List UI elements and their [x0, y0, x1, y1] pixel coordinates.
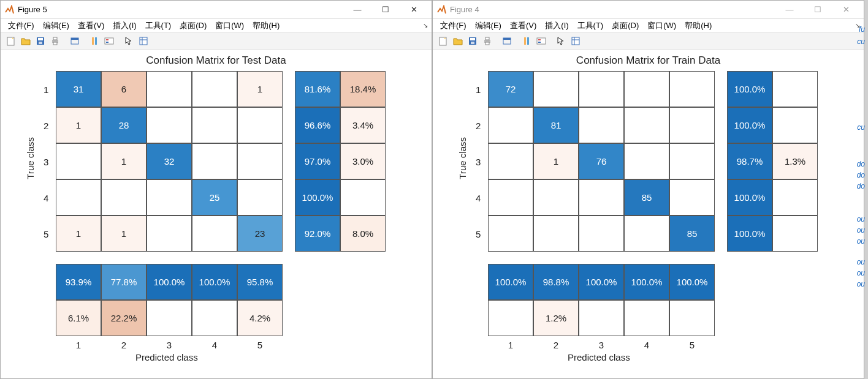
menu-tools[interactable]: 工具(T)	[574, 20, 607, 31]
open-icon[interactable]	[19, 34, 32, 48]
side-snippet: ou	[857, 226, 865, 235]
menu-tools[interactable]: 工具(T)	[142, 20, 175, 31]
pointer-icon[interactable]	[554, 34, 568, 48]
print-icon[interactable]	[481, 34, 494, 48]
matrix-cell	[237, 107, 283, 143]
menu-insert[interactable]: 插入(I)	[109, 20, 140, 31]
new-figure-icon[interactable]	[4, 34, 18, 48]
matrix-cell: 25	[192, 179, 237, 216]
matrix-cell	[579, 71, 624, 107]
matrix-cell	[624, 216, 669, 252]
data-cursor-icon[interactable]	[569, 34, 582, 48]
legend-icon[interactable]	[535, 34, 548, 48]
menu-edit[interactable]: 编辑(E)	[39, 20, 73, 31]
y-axis-label: True class	[25, 137, 36, 179]
y-tick: 4	[476, 193, 481, 203]
row-pct-cell: 100.0%	[727, 216, 772, 252]
close-button[interactable]: ✕	[400, 1, 428, 18]
svg-rect-8	[71, 38, 78, 40]
row-pct-cell: 3.4%	[340, 107, 386, 143]
colorbar-icon[interactable]	[88, 34, 101, 48]
x-tick: 5	[669, 340, 715, 350]
svg-rect-10	[95, 37, 97, 45]
menu-view[interactable]: 查看(V)	[74, 20, 108, 31]
save-icon[interactable]	[34, 34, 47, 48]
minimize-button[interactable]: ―	[775, 1, 804, 18]
matrix-cell: 6	[101, 71, 147, 107]
col-pct-cell	[579, 300, 624, 336]
open-icon[interactable]	[451, 34, 465, 48]
col-pct-cell	[669, 300, 715, 336]
print-icon[interactable]	[48, 34, 62, 48]
y-tick: 3	[44, 157, 48, 167]
menu-edit[interactable]: 编辑(E)	[471, 20, 505, 31]
x-tick: 5	[237, 340, 283, 350]
col-summary: 100.0%98.8%100.0%100.0%100.0%1.2%	[488, 264, 715, 336]
menu-help[interactable]: 帮助(H)	[681, 20, 715, 31]
x-tick: 1	[488, 340, 533, 350]
menu-insert[interactable]: 插入(I)	[541, 20, 572, 31]
x-tick: 4	[192, 340, 237, 350]
matrix-cell: 81	[533, 107, 579, 143]
colorbar-icon[interactable]	[520, 34, 533, 48]
svg-rect-6	[53, 42, 57, 45]
new-figure-icon[interactable]	[436, 34, 450, 48]
maximize-button[interactable]: ☐	[371, 1, 400, 18]
x-axis-label: Predicted class	[135, 352, 198, 362]
matrix-cell	[56, 179, 101, 216]
svg-rect-19	[470, 38, 475, 40]
svg-rect-2	[38, 38, 43, 40]
figure-window-4: Figure 4 ― ☐ ✕ 文件(F) 编辑(E) 查看(V) 插入(I) 工…	[432, 0, 864, 379]
col-pct-cell: 100.0%	[579, 264, 624, 300]
matrix-cell	[488, 216, 533, 252]
svg-rect-26	[524, 37, 526, 45]
close-button[interactable]: ✕	[832, 1, 860, 18]
svg-rect-30	[538, 42, 541, 43]
title-bar[interactable]: Figure 5 ― ☐ ✕	[1, 1, 432, 19]
matrix-cell	[669, 143, 715, 179]
side-snippet: cu	[857, 37, 865, 46]
title-bar[interactable]: Figure 4 ― ☐ ✕	[433, 1, 864, 19]
save-icon[interactable]	[466, 34, 479, 48]
svg-rect-13	[106, 42, 108, 43]
matrix-cell: 32	[147, 143, 192, 179]
menu-window[interactable]: 窗口(W)	[644, 20, 680, 31]
legend-icon[interactable]	[102, 34, 116, 48]
col-pct-cell: 1.2%	[533, 300, 579, 336]
menu-file[interactable]: 文件(F)	[4, 20, 38, 31]
matrix-cell: 72	[488, 71, 533, 107]
row-pct-cell: 98.7%	[727, 143, 772, 179]
menu-desktop[interactable]: 桌面(D)	[176, 20, 210, 31]
menu-window[interactable]: 窗口(W)	[211, 20, 248, 31]
svg-rect-25	[503, 38, 511, 40]
menu-desktop[interactable]: 桌面(D)	[608, 20, 642, 31]
minimize-button[interactable]: ―	[343, 1, 371, 18]
row-pct-cell: 92.0%	[295, 216, 340, 252]
col-pct-cell: 100.0%	[624, 264, 669, 300]
matrix-cell: 1	[533, 143, 579, 179]
link-icon[interactable]	[68, 34, 82, 48]
col-pct-cell: 100.0%	[488, 264, 533, 300]
side-snippet: ou	[857, 215, 865, 223]
menu-file[interactable]: 文件(F)	[436, 20, 470, 31]
matrix-cell	[533, 179, 579, 216]
col-pct-cell: 93.9%	[56, 264, 101, 300]
side-snippet: ou	[857, 280, 865, 288]
toolbar	[1, 32, 432, 50]
pointer-icon[interactable]	[122, 34, 135, 48]
svg-rect-11	[105, 38, 113, 44]
menu-help[interactable]: 帮助(H)	[249, 20, 283, 31]
menu-bar: 文件(F) 编辑(E) 查看(V) 插入(I) 工具(T) 桌面(D) 窗口(W…	[1, 19, 432, 32]
menu-view[interactable]: 查看(V)	[506, 20, 540, 31]
data-cursor-icon[interactable]	[137, 34, 150, 48]
chart-title: Confusion Matrix for Train Data	[433, 54, 864, 67]
matrix-cell	[488, 179, 533, 216]
menu-overflow-icon[interactable]: ↘	[423, 22, 428, 29]
side-snippet: do	[857, 171, 865, 179]
chart-canvas-test: Confusion Matrix for Test Data 316112813…	[1, 50, 432, 378]
row-pct-cell	[340, 179, 386, 216]
maximize-button[interactable]: ☐	[804, 1, 832, 18]
matrix-cell: 31	[56, 71, 101, 107]
link-icon[interactable]	[500, 34, 514, 48]
svg-rect-5	[53, 37, 57, 40]
